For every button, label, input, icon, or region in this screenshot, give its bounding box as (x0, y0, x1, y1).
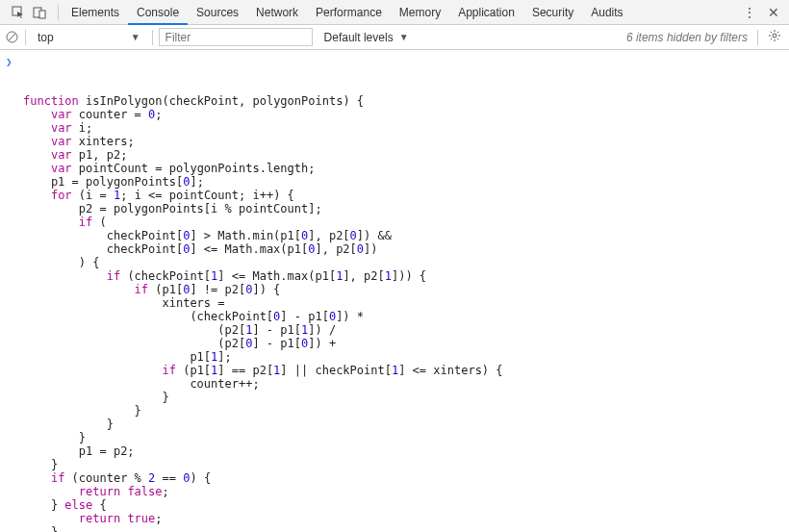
code-line: } (23, 458, 789, 471)
chevron-down-icon: ▼ (131, 32, 140, 42)
code-line: checkPoint[0] <= Math.max(p1[0], p2[0]) (23, 242, 789, 256)
code-line: xinters = (23, 296, 789, 310)
divider (58, 5, 59, 20)
tab-console[interactable]: Console (128, 0, 188, 25)
svg-point-5 (773, 34, 776, 38)
svg-line-4 (9, 34, 15, 40)
code-line: p2 = polygonPoints[i % pointCount]; (23, 202, 789, 215)
chevron-down-icon: ▼ (399, 32, 409, 42)
code-line: for (i = 1; i <= pointCount; i++) { (23, 189, 789, 202)
console-input-code[interactable]: function isInPolygon(checkPoint, polygon… (2, 94, 789, 532)
code-line: (checkPoint[0] - p1[0]) * (23, 310, 789, 323)
code-line: if (checkPoint[1] <= Math.max(p1[1], p2[… (23, 269, 789, 283)
code-line: var xinters; (23, 135, 789, 148)
levels-label: Default levels (324, 31, 394, 44)
code-line: var counter = 0; (23, 108, 789, 121)
code-line: if (p1[1] == p2[1] || checkPoint[1] <= x… (23, 364, 789, 377)
divider (152, 30, 153, 45)
tab-bar-right: ⋮ ✕ (743, 5, 785, 20)
settings-gear-icon[interactable] (764, 29, 785, 45)
divider (757, 30, 758, 45)
tab-audits[interactable]: Audits (582, 0, 631, 25)
code-line: if (p1[0] != p2[0]) { (23, 283, 789, 296)
filter-input[interactable] (159, 28, 313, 46)
prompt-chevron-icon: ❯ (6, 56, 13, 69)
tab-application[interactable]: Application (449, 0, 523, 25)
code-line: p1 = polygonPoints[0]; (23, 175, 789, 189)
code-line: } (23, 418, 789, 431)
devtools-tab-bar: ElementsConsoleSourcesNetworkPerformance… (0, 0, 789, 25)
svg-rect-2 (39, 11, 45, 18)
code-line: if (counter % 2 == 0) { (23, 471, 789, 485)
inspect-icon[interactable] (12, 6, 25, 19)
console-filter-bar: top ▼ Default levels ▼ 6 items hidden by… (0, 25, 789, 50)
code-line: var i; (23, 121, 789, 135)
code-line: (p2[0] - p1[0]) + (23, 337, 789, 350)
code-line: p1 = p2; (23, 444, 789, 458)
context-label: top (38, 31, 54, 44)
execution-context-select[interactable]: top ▼ (32, 28, 146, 47)
code-line: ) { (23, 256, 789, 269)
tabs-container: ElementsConsoleSourcesNetworkPerformance… (63, 0, 632, 25)
code-line: var p1, p2; (23, 148, 789, 162)
console-body[interactable]: ❯ function isInPolygon(checkPoint, polyg… (0, 50, 789, 532)
close-icon[interactable]: ✕ (768, 5, 779, 20)
code-line: return true; (23, 512, 789, 525)
more-icon[interactable]: ⋮ (743, 5, 756, 20)
code-line: checkPoint[0] > Math.min(p1[0], p2[0]) &… (23, 229, 789, 242)
tab-elements[interactable]: Elements (63, 0, 128, 25)
tab-bar-left-icons (4, 6, 54, 19)
code-line: (p2[1] - p1[1]) / (23, 323, 789, 337)
code-line: return false; (23, 485, 789, 498)
code-line: function isInPolygon(checkPoint, polygon… (23, 94, 789, 108)
code-line: if ( (23, 215, 789, 229)
code-line: } (23, 431, 789, 444)
code-line: } else { (23, 498, 789, 512)
code-line: var pointCount = polygonPoints.length; (23, 162, 789, 175)
tab-network[interactable]: Network (247, 0, 307, 25)
tab-memory[interactable]: Memory (391, 0, 449, 25)
code-line: } (23, 404, 789, 418)
divider (25, 30, 26, 45)
clear-console-icon[interactable] (4, 30, 19, 45)
hidden-items-info: 6 items hidden by filters (626, 31, 751, 44)
log-levels-select[interactable]: Default levels ▼ (318, 31, 415, 44)
device-toggle-icon[interactable] (33, 6, 46, 19)
code-line: } (23, 525, 789, 532)
code-line: p1[1]; (23, 350, 789, 364)
tab-security[interactable]: Security (523, 0, 582, 25)
tab-performance[interactable]: Performance (307, 0, 391, 25)
code-line: } (23, 391, 789, 404)
tab-sources[interactable]: Sources (188, 0, 247, 25)
code-line: counter++; (23, 377, 789, 391)
